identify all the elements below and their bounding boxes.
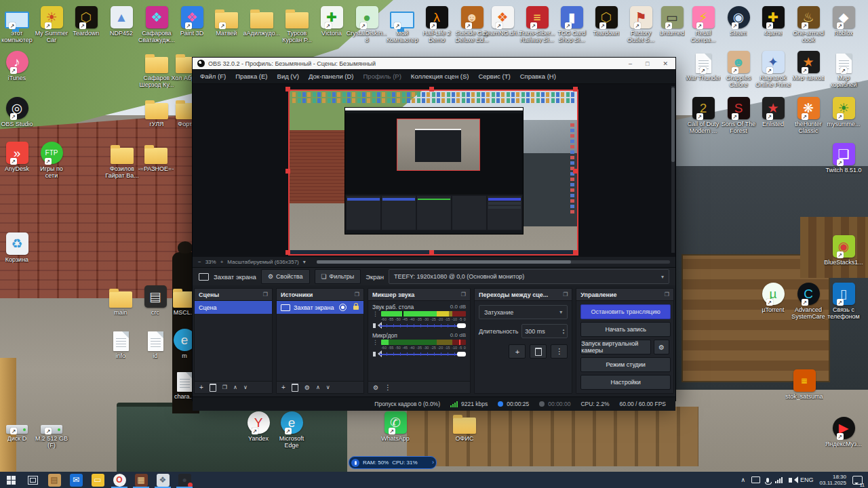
lock-icon[interactable] <box>353 306 359 310</box>
taskbar-opera-button[interactable]: O <box>108 472 130 488</box>
popout-icon[interactable]: ❐ <box>563 291 568 298</box>
remove-transition-button[interactable] <box>530 344 547 359</box>
menu-item-6[interactable]: Сервис (T) <box>473 70 515 82</box>
desktop-icon-thehunter-classic[interactable]: ❋↗theHunter Classic <box>790 95 827 134</box>
scale-mode[interactable]: Масштабируемый (636x357) <box>227 259 298 265</box>
capture-resize-handle[interactable] <box>573 87 578 92</box>
desktop-icon-fozilov-folder[interactable]: Фозилов Гайрат Ва... <box>104 140 140 179</box>
desktop-icon-sons-of-the-forest[interactable]: S↗Sons Of The Forest <box>720 95 757 134</box>
desktop-icon-trans-siberian[interactable]: ≡↗Trans-Siber... Railway Si... <box>519 4 555 43</box>
add-scene-button[interactable]: + <box>199 384 203 391</box>
desktop-icon-disk-d[interactable]: ↗Диск D <box>0 409 35 442</box>
desktop-icon-this-pc[interactable]: ↗этот компьютер <box>0 4 35 43</box>
desktop-icon-tursov-folder[interactable]: Турсов Курсан Р... <box>279 4 315 43</box>
desktop-icon-crystaldiskinfo[interactable]: ●↗CrystalDiskIn... 8 <box>349 4 385 43</box>
taskbar-start-button[interactable] <box>0 472 22 488</box>
desktop-icon-itunes[interactable]: ♪↗iTunes <box>0 49 35 81</box>
scene-down-button[interactable]: ∨ <box>243 384 248 390</box>
desktop-icon-grapples-galore[interactable]: ☻↗Grapples Galore <box>720 49 757 88</box>
desktop-icon-fourgame[interactable]: ✚↗4game <box>755 4 791 37</box>
desktop-icon-whatsapp[interactable]: ✆↗WhatsApp <box>377 409 414 442</box>
desktop-icon-tcg-card-shop[interactable]: ▮↗TCG Card Shop Si... <box>553 4 590 43</box>
desktop-icon-yandex[interactable]: Y↗Yandex <box>240 409 277 442</box>
desktop-icon-ofis-folder[interactable]: ОФИС <box>446 409 483 442</box>
tray-display-icon[interactable] <box>751 476 760 483</box>
desktop-icon-bluestacks[interactable]: ◉↗BlueStacks1... <box>825 233 862 266</box>
source-down-button[interactable]: ∨ <box>326 384 330 390</box>
filters-button[interactable]: ❏ Фильтры <box>315 269 361 284</box>
stop-streaming-button[interactable]: Остановить трансляцию <box>580 304 671 319</box>
scene-up-button[interactable]: ∧ <box>233 384 237 390</box>
capture-resize-handle[interactable] <box>285 169 290 174</box>
menu-item-4[interactable]: Профиль (P) <box>359 70 406 82</box>
desktop-icon-advanced-systemcare[interactable]: C↗Advanced SystemCare <box>790 281 827 320</box>
spinner-arrows-icon[interactable]: ▴▾ <box>563 328 565 335</box>
properties-button[interactable]: ⚙ Свойства <box>261 269 310 284</box>
source-properties-button[interactable]: ⚙ <box>304 384 310 391</box>
desktop-icon-steam[interactable]: ◉↗Steam <box>720 4 757 37</box>
clock[interactable]: 18:30 03.11.2025 <box>820 474 846 486</box>
desktop-icon-cod-modern[interactable]: 2↗Call of Duty Modern ... <box>685 95 722 134</box>
scale-mode-caret-icon[interactable]: ▾ <box>303 259 306 265</box>
volume-slider-handle[interactable] <box>457 323 466 328</box>
desktop-icon-raznoe-folder[interactable]: -=РАЗНОЕ=- <box>138 140 174 172</box>
menu-item-3[interactable]: Док-панели (D) <box>304 70 358 82</box>
volume-slider-handle[interactable] <box>457 352 466 357</box>
desktop-icon-main-folder[interactable]: main <box>102 283 139 316</box>
tray-mic-icon[interactable] <box>766 478 769 483</box>
zoom-in-button[interactable]: + <box>220 259 224 265</box>
minimize-button[interactable]: – <box>629 60 632 67</box>
desktop-icon-mir-korabley[interactable]: ↗Мир кораблей <box>825 49 862 88</box>
capture-resize-handle[interactable] <box>429 250 434 255</box>
desktop-icon-anydesk[interactable]: »↗AnyDesk <box>0 140 35 172</box>
language-indicator[interactable]: ENG <box>800 476 814 483</box>
desktop-icon-ndp452[interactable]: ▲NDP452 <box>103 4 140 37</box>
capture-preview[interactable] <box>288 89 578 256</box>
desktop-icon-phone-link[interactable]: ▯↗Связь с телефоном <box>825 281 862 320</box>
desktop-icon-one-armed-cook[interactable]: ♨↗One-armed cook <box>790 4 827 43</box>
source-up-button[interactable]: ∧ <box>316 384 320 390</box>
transition-select[interactable]: Затухание▾ <box>479 305 568 319</box>
taskbar-file-explorer-button[interactable]: ▭ <box>87 472 108 488</box>
preview-vertical-scrollbar[interactable] <box>671 86 675 253</box>
desktop-icon-yandex-music[interactable]: ▶↗ЯндексМуз... <box>825 415 862 447</box>
capture-resize-handle[interactable] <box>573 169 578 174</box>
desktop-icon-teardown-2[interactable]: ⬡↗Teardown <box>588 4 625 37</box>
transition-menu-button[interactable]: ⋮ <box>551 344 568 359</box>
obs-titlebar[interactable]: OBS 32.0.2 - Профиль: Безымянный - Сцены… <box>193 58 675 69</box>
desktop-icon-stok-satsuma[interactable]: ▦stok_satsuma <box>786 367 823 400</box>
desktop-icon-retail-company[interactable]: ⚡↗Retail Compa... <box>685 4 722 43</box>
desktop-icon-enlisted[interactable]: ★↗Enlisted <box>755 95 791 127</box>
tray-network-icon[interactable] <box>775 477 783 483</box>
desktop-icon-info-file[interactable]: info <box>102 327 139 359</box>
zoom-out-button[interactable]: − <box>198 259 201 265</box>
menu-item-2[interactable]: Вид (V) <box>273 70 304 82</box>
desktop-icon-mir-tankov[interactable]: ★↗Мир танков <box>790 49 827 81</box>
add-transition-button[interactable]: + <box>509 344 526 359</box>
capture-resize-handle[interactable] <box>429 87 434 92</box>
taskbar-outlook-button[interactable]: ✉ <box>65 472 87 488</box>
volume-slider[interactable] <box>380 323 466 328</box>
capture-resize-handle[interactable] <box>285 250 290 255</box>
scene-filters-button[interactable]: ❐ <box>222 384 227 390</box>
desktop-icon-roblox[interactable]: ◆↗Roblox <box>825 4 862 37</box>
track-menu-icon[interactable]: ⋮ <box>372 340 378 350</box>
tray-volume-icon[interactable] <box>789 478 792 483</box>
virtual-camera-settings-button[interactable]: ⚙ <box>654 340 669 354</box>
menu-item-0[interactable]: Файл (F) <box>195 70 231 82</box>
taskbar-photos-button[interactable]: ❖ <box>152 472 174 488</box>
start-recording-button[interactable]: Начать запись <box>580 322 671 337</box>
popout-icon[interactable]: ❐ <box>665 291 669 298</box>
popout-icon[interactable]: ❐ <box>355 291 359 298</box>
capture-resize-handle[interactable] <box>285 87 290 92</box>
screen-select[interactable]: TEEFY: 1920x1080 @ 0,0 (Основной монитор… <box>389 269 669 284</box>
desktop-icon-teardown[interactable]: ⬡↗Teardown <box>68 4 104 37</box>
menu-item-5[interactable]: Коллекция сцен (S) <box>406 70 474 82</box>
desktop-icon-obs-studio[interactable]: ◎↗OBS Studio <box>0 95 35 127</box>
taskbar-dark-sphere-app-button[interactable]: ● <box>174 472 195 488</box>
ram-cpu-widget[interactable]: RAM: 50% CPU: 31% › <box>349 456 437 469</box>
desktop-icon-matvey-folder[interactable]: ↗Матвей <box>208 4 245 37</box>
source-list-item[interactable]: Захват экрана <box>277 301 363 314</box>
desktop-icon-twitch[interactable]: ❏↗Twitch 8.51.0 <box>825 141 862 174</box>
desktop-icon-victoria[interactable]: ✚↗Victoria <box>313 4 350 37</box>
